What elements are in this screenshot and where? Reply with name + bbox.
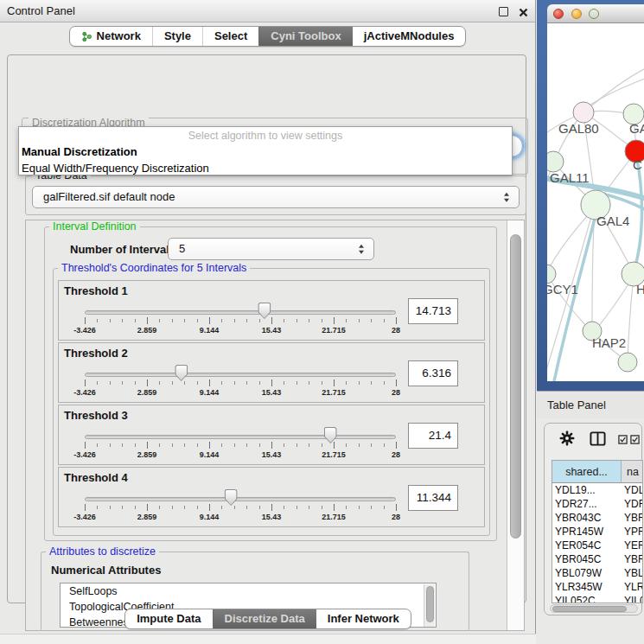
table-horizontal-scrollbar[interactable] [550,604,638,613]
tab-label: Select [214,27,247,46]
node-bottom[interactable] [618,353,637,372]
table-cell: YDR2 [622,497,642,511]
tab-infer-network[interactable]: Infer Network [316,609,411,628]
gear-icon [559,430,575,446]
slider-track[interactable] [85,435,396,439]
column-check-button-1[interactable] [618,434,628,447]
number-of-intervals-label: Number of Intervals [70,239,175,261]
tab-select[interactable]: Select [202,27,258,46]
tab-label: Network [97,27,141,46]
attributes-group-title: Attributes to discretize [46,545,159,558]
slider-track[interactable] [85,497,396,501]
cyni-toolbox-panel: Discretization Algorithm Select algorith… [7,54,526,603]
scrollbar-thumb[interactable] [552,606,627,612]
tab-jactivemnodules[interactable]: jActiveMNodules [353,27,466,46]
split-columns-button[interactable] [590,430,606,450]
table-cell: YPR145W [552,525,622,539]
table-panel-header: Table Panel [537,391,644,418]
interval-definition-group-title: Interval Definition [49,220,140,233]
threshold-slider[interactable]: -3.4262.8599.14415.4321.71528 [85,366,396,400]
table-toolbar [545,429,641,451]
threshold-value-field[interactable]: 14.713 [408,298,458,324]
threshold-slider[interactable]: -3.4262.8599.14415.4321.71528 [85,428,396,462]
threshold-slider[interactable]: -3.4262.8599.14415.4321.71528 [85,303,396,338]
table-cell: YBR043C [552,511,622,525]
slider-thumb[interactable] [258,303,271,319]
table-row[interactable]: YPR145WYPR1 [552,525,642,539]
slider-thumb[interactable] [324,427,337,443]
algorithm-dropdown-hint: Select algorithm to view settings [19,127,512,143]
table-settings-button[interactable] [559,430,575,449]
algorithm-dropdown-popup: Select algorithm to view settings Manual… [18,126,513,175]
control-panel: Control Panel Network Style Select [0,0,536,644]
tab-impute-data[interactable]: Impute Data [125,609,212,628]
node-gal11[interactable] [547,151,564,172]
threshold-panel: Threshold 4 -3.4262.8599.14415.4321.7152… [58,467,485,527]
table-row[interactable]: YDR27...YDR2 [552,497,642,511]
node-label: GAL80 [558,121,599,136]
node-gcy1[interactable] [547,265,556,284]
column-header-shared-name[interactable]: shared... [552,461,622,482]
minimize-traffic-light[interactable] [571,9,582,19]
scrollbar-thumb[interactable] [510,234,521,539]
network-window-titlebar[interactable] [547,4,644,23]
tab-network[interactable]: Network [70,27,152,46]
node-label: GCY1 [547,282,578,296]
zoom-traffic-light[interactable] [589,9,599,19]
close-icon[interactable] [518,6,529,17]
top-tab-bar: Network Style Select Cyni Toolbox jActiv… [0,26,535,47]
threshold-panel: Threshold 2 -3.4262.8599.14415.4321.7152… [58,342,485,403]
table-row[interactable]: YIL052CYIL0 [552,594,642,603]
slider-ticks [85,504,396,511]
table-data-value: galFiltered.sif default node [43,187,175,207]
table-cell: YBR0 [622,511,642,525]
bottom-strip [0,634,536,644]
threshold-panel: Threshold 1 -3.4262.8599.14415.4321.7152… [58,280,485,341]
number-of-intervals-combobox[interactable]: 5 [168,238,374,260]
slider-thumb[interactable] [225,489,238,506]
network-window[interactable]: GAL80GACGAL11GAL4GCY1HHAP2 [537,0,644,391]
table-cell: YER054C [552,539,622,552]
threshold-value-field[interactable]: 21.4 [408,423,458,449]
table-cell: YIL052C [552,594,622,603]
slider-ticks [85,442,396,449]
threshold-value-field[interactable]: 6.316 [408,360,458,386]
table-row[interactable]: YER054CYER0 [552,539,642,552]
slider-tick-labels: -3.4262.8599.14415.4321.71528 [85,388,396,399]
table-row[interactable]: YLR345WYLR3 [552,580,642,594]
slider-thumb[interactable] [175,365,188,381]
algorithm-option-manual[interactable]: Manual Discretization [19,143,512,160]
table-row[interactable]: YBL079WYBL0 [552,566,642,580]
column-header-name[interactable]: na [622,461,642,482]
float-window-icon[interactable] [499,7,508,16]
node-label: H [636,282,644,296]
table-row[interactable]: YDL19...YDL1 [552,483,642,497]
table-row[interactable]: YBR045CYBR0 [552,552,642,566]
attribute-item[interactable]: SelfLoops [61,583,436,599]
slider-ticks [85,379,396,386]
table-data-combobox[interactable]: galFiltered.sif default node [32,186,520,208]
network-canvas[interactable]: GAL80GACGAL11GAL4GCY1HHAP2 [547,23,644,381]
close-traffic-light[interactable] [553,9,564,19]
numerical-attributes-label: Numerical Attributes [51,564,161,577]
table-panel: shared... na YDL19...YDL1YDR27...YDR2YBR… [544,423,642,615]
slider-track[interactable] [85,310,396,315]
table-row[interactable]: YBR043CYBR0 [552,511,642,525]
slider-track[interactable] [85,373,396,377]
threshold-label: Threshold 3 [64,409,128,422]
network-icon [81,31,92,42]
column-check-button-2[interactable] [630,434,640,447]
tab-style[interactable]: Style [152,27,202,46]
control-panel-titlebar: Control Panel [0,0,535,22]
threshold-value-field[interactable]: 11.344 [408,485,458,511]
threshold-slider[interactable]: -3.4262.8599.14415.4321.71528 [85,490,396,525]
node-label: GAL4 [596,214,629,228]
tab-discretize-data[interactable]: Discretize Data [213,609,316,628]
network-edge[interactable] [628,276,634,362]
tab-cyni-toolbox[interactable]: Cyni Toolbox [258,27,352,46]
algorithm-option-equal-width[interactable]: Equal Width/Frequency Discretization [19,160,512,176]
settings-vertical-scrollbar[interactable] [507,220,524,630]
tab-label: Cyni Toolbox [271,27,341,46]
node-gal80[interactable] [573,102,594,123]
table-cell: YIL0 [622,594,642,603]
